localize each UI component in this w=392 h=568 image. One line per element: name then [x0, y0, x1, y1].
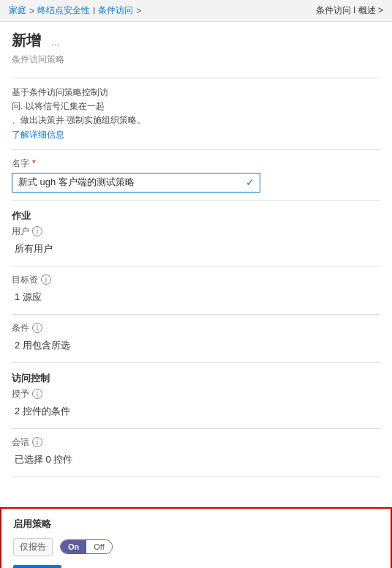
target-value[interactable]: 1 源应	[12, 289, 380, 307]
divider-7	[12, 477, 380, 477]
check-icon: ✓	[246, 176, 255, 188]
grant-info-icon[interactable]: i	[32, 389, 42, 399]
breadcrumb-sep1: >	[29, 6, 34, 16]
session-label: 会话 i	[12, 436, 380, 449]
breadcrumb-endpoint[interactable]: 终结点安全性	[37, 4, 90, 17]
name-field-group: 名字* ✓	[12, 157, 380, 193]
conditions-label: 条件 i	[12, 322, 380, 335]
target-field-group: 目标资 i 1 源应	[12, 274, 380, 307]
divider-2	[12, 200, 380, 201]
conditions-info-icon[interactable]: i	[32, 323, 42, 333]
session-info-icon[interactable]: i	[32, 437, 42, 447]
divider-5	[12, 362, 380, 363]
session-value[interactable]: 已选择 0 控件	[12, 452, 380, 469]
page-title: 新增	[12, 31, 41, 51]
description: 基于条件访问策略控制访 问. 以将信号汇集在一起 、做出决策并 强制实施组织策略…	[12, 86, 380, 142]
enable-policy-label: 启用策略	[13, 517, 379, 531]
title-dots: ...	[51, 36, 60, 48]
user-value[interactable]: 所有用户	[12, 241, 380, 258]
breadcrumb-conditional[interactable]: 条件访问	[98, 4, 133, 17]
grant-label: 授予 i	[12, 388, 380, 400]
conditions-value[interactable]: 2 用包含所选	[12, 337, 380, 355]
user-field-group: 用户 i 所有用户	[12, 225, 380, 258]
breadcrumb-right: 条件访问 I 概述 >	[316, 4, 383, 17]
breadcrumb-home[interactable]: 家庭	[9, 4, 26, 17]
user-label: 用户 i	[12, 225, 380, 238]
divider-1	[12, 149, 380, 150]
name-input[interactable]	[12, 173, 260, 193]
divider-4	[12, 314, 380, 315]
assignment-title: 作业	[12, 209, 380, 223]
create-button[interactable]: 创建	[13, 565, 61, 568]
breadcrumb: 家庭 > 终结点安全性 I 条件访问 > 条件访问 I 概述 >	[0, 0, 392, 22]
target-label: 目标资 i	[12, 274, 380, 286]
session-field-group: 会话 i 已选择 0 控件	[12, 436, 380, 469]
bottom-panel: 启用策略 仅报告 On Off 创建	[0, 507, 392, 568]
main-content: 新增 ... 条件访问策略 基于条件访问策略控制访 问. 以将信号汇集在一起 、…	[0, 22, 392, 568]
breadcrumb-sep2: I	[93, 6, 95, 16]
divider-top	[12, 78, 380, 78]
learn-more-link[interactable]: 了解详细信息	[12, 130, 64, 140]
toggle-row: 仅报告 On Off	[13, 538, 379, 556]
report-only-label: 仅报告	[13, 538, 53, 556]
conditions-field-group: 条件 i 2 用包含所选	[12, 322, 380, 355]
toggle-on-option[interactable]: On	[61, 540, 86, 553]
breadcrumb-sep3: >	[136, 6, 141, 16]
divider-6	[12, 428, 380, 429]
name-label: 名字*	[12, 157, 380, 170]
grant-value[interactable]: 2 控件的条件	[12, 403, 380, 421]
name-input-wrapper: ✓	[12, 173, 260, 193]
toggle-switch[interactable]: On Off	[60, 539, 113, 554]
access-control-title: 访问控制	[12, 372, 380, 385]
grant-field-group: 授予 i 2 控件的条件	[12, 388, 380, 421]
divider-3	[12, 266, 380, 266]
page-subtitle: 条件访问策略	[12, 53, 380, 66]
target-info-icon[interactable]: i	[41, 274, 51, 285]
toggle-off-option[interactable]: Off	[86, 540, 111, 553]
user-info-icon[interactable]: i	[32, 226, 42, 236]
